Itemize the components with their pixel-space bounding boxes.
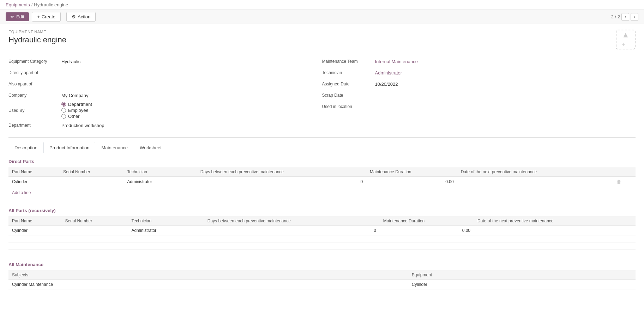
cell-subject: Cylinder Maintenance xyxy=(8,280,408,289)
value-equipment-category: Hydraulic xyxy=(61,59,80,64)
edit-button[interactable]: ✏ Edit xyxy=(6,12,29,21)
col-maintenance-duration2: Maintenance Duration xyxy=(380,216,474,226)
value-assigned-date: 10/20/2022 xyxy=(375,82,398,87)
next-button[interactable]: › xyxy=(631,13,638,21)
toolbar-right: 2 / 2 ‹ › xyxy=(611,13,638,21)
radio-other-label: Other xyxy=(68,114,80,119)
all-parts-table: Part Name Serial Number Technician Days … xyxy=(8,216,636,250)
add-line-button[interactable]: Add a line xyxy=(8,188,636,197)
radio-department[interactable]: Department xyxy=(61,102,92,107)
tab-description[interactable]: Description xyxy=(8,142,43,153)
col-extra xyxy=(183,167,197,177)
equipment-name-section: Equipment Name Hydraulic engine xyxy=(8,30,66,44)
value-company: My Company xyxy=(61,93,89,98)
used-by-radio-group: Department Employee Other xyxy=(61,102,92,119)
table-row: Cylinder Maintenance Cylinder xyxy=(8,280,636,289)
col-technician: Technician xyxy=(124,167,183,177)
breadcrumb: Equipments / Hydraulic engine xyxy=(0,0,644,10)
cell-maintenance-duration: 0.00 xyxy=(366,177,457,187)
field-used-by: Used By Department Employee Other xyxy=(8,102,311,119)
radio-department-input[interactable] xyxy=(61,102,66,107)
label-assigned-date: Assigned Date xyxy=(322,82,375,86)
tab-maintenance[interactable]: Maintenance xyxy=(95,142,133,153)
label-equipment-category: Equipment Category xyxy=(8,59,61,64)
main-content: Equipment Name Hydraulic engine ▲+ Equip… xyxy=(0,24,644,296)
radio-employee[interactable]: Employee xyxy=(61,108,92,113)
label-company: Company xyxy=(8,93,61,98)
field-directly-apart-of: Directly apart of xyxy=(8,68,311,78)
form-section: Equipment Category Hydraulic Directly ap… xyxy=(8,56,636,132)
cell-delete[interactable]: 🗑 xyxy=(613,177,636,187)
col-technician2: Technician xyxy=(128,216,190,226)
pagination-text: 2 / 2 xyxy=(611,14,620,19)
field-technician: Technician Administrator xyxy=(322,68,625,78)
cell-serial-number2 xyxy=(61,226,128,235)
plus-icon: + xyxy=(37,14,40,19)
table-row: Cylinder Administrator 0 0.00 🗑 xyxy=(8,177,636,187)
col-next-preventive: Date of the next preventive maintenance xyxy=(457,167,613,177)
upload-photo-button[interactable]: ▲+ xyxy=(616,30,636,49)
radio-other-input[interactable] xyxy=(61,114,66,119)
create-label: Create xyxy=(42,14,55,19)
cell-next-preventive xyxy=(457,177,613,187)
all-maintenance-title: All Maintenance xyxy=(8,262,636,267)
form-divider xyxy=(8,137,636,138)
col-next-preventive2: Date of the next preventive maintenance xyxy=(474,216,636,226)
field-equipment-category: Equipment Category Hydraulic xyxy=(8,56,311,66)
value-department: Production workshop xyxy=(61,123,104,128)
all-parts-title: All Parts (recursively) xyxy=(8,208,636,213)
cell-technician2: Administrator xyxy=(128,226,190,235)
radio-other[interactable]: Other xyxy=(61,114,92,119)
col-days-preventive: Days between each preventive maintenance xyxy=(197,167,366,177)
cell-part-name: Cylinder xyxy=(8,177,60,187)
radio-employee-label: Employee xyxy=(68,108,89,113)
all-maintenance-table: Subjects Equipment Cylinder Maintenance … xyxy=(8,270,636,289)
equipment-name: Hydraulic engine xyxy=(8,35,66,44)
cell-technician: Administrator xyxy=(124,177,183,187)
field-also-apart-of: Also apart of xyxy=(8,79,311,89)
equipment-header: Equipment Name Hydraulic engine ▲+ xyxy=(8,30,636,49)
action-label: Action xyxy=(78,14,90,19)
direct-parts-title: Direct Parts xyxy=(8,159,636,164)
edit-icon: ✏ xyxy=(11,14,14,19)
direct-parts-table: Part Name Serial Number Technician Days … xyxy=(8,167,636,187)
prev-button[interactable]: ‹ xyxy=(621,13,629,21)
label-directly-apart-of: Directly apart of xyxy=(8,70,61,75)
tabs: Description Product Information Maintena… xyxy=(8,142,636,153)
col-maintenance-duration: Maintenance Duration xyxy=(366,167,457,177)
col-part-name: Part Name xyxy=(8,167,60,177)
breadcrumb-parent[interactable]: Equipments xyxy=(6,2,30,7)
cell-days-preventive: 0 xyxy=(197,177,366,187)
form-right: Maintenance Team Internal Maintenance Te… xyxy=(322,56,636,132)
field-maintenance-team: Maintenance Team Internal Maintenance xyxy=(322,56,625,66)
all-parts-header-row: Part Name Serial Number Technician Days … xyxy=(8,216,636,226)
col-subjects: Subjects xyxy=(8,270,408,280)
col-serial-number: Serial Number xyxy=(60,167,124,177)
radio-employee-input[interactable] xyxy=(61,108,66,113)
value-technician[interactable]: Administrator xyxy=(375,70,402,76)
edit-label: Edit xyxy=(16,14,24,19)
spacer-row2 xyxy=(8,242,636,250)
tab-product-information[interactable]: Product Information xyxy=(43,142,95,153)
col-actions xyxy=(613,167,636,177)
tab-worksheet[interactable]: Worksheet xyxy=(134,142,168,153)
label-used-in-location: Used in location xyxy=(322,104,375,109)
field-scrap-date: Scrap Date xyxy=(322,90,625,100)
field-department: Department Production workshop xyxy=(8,120,311,130)
col-serial-number2: Serial Number xyxy=(61,216,128,226)
cell-extra xyxy=(183,177,197,187)
breadcrumb-current: Hydraulic engine xyxy=(34,2,68,7)
create-button[interactable]: + Create xyxy=(32,12,61,22)
action-button[interactable]: ⚙ Action xyxy=(66,12,96,22)
cell-maintenance-duration2: 0.00 xyxy=(380,226,474,235)
col-days-preventive2: Days between each preventive maintenance xyxy=(204,216,380,226)
breadcrumb-separator: / xyxy=(31,2,33,7)
label-department: Department xyxy=(8,123,61,128)
form-left: Equipment Category Hydraulic Directly ap… xyxy=(8,56,322,132)
delete-icon[interactable]: 🗑 xyxy=(616,179,621,185)
col-part-name2: Part Name xyxy=(8,216,61,226)
direct-parts-header-row: Part Name Serial Number Technician Days … xyxy=(8,167,636,177)
value-maintenance-team[interactable]: Internal Maintenance xyxy=(375,59,418,64)
label-used-by: Used By xyxy=(8,108,61,113)
label-scrap-date: Scrap Date xyxy=(322,93,375,98)
